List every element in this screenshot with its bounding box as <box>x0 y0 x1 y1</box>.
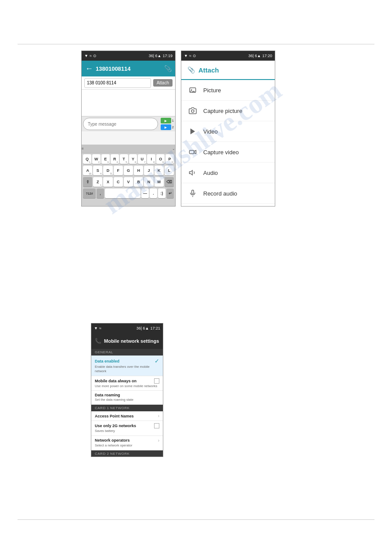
key-h[interactable]: H <box>134 166 143 175</box>
attach-item-audio[interactable]: Audio <box>181 163 275 183</box>
key-n[interactable]: N <box>144 177 153 187</box>
apn1-row: Access Point Names › <box>95 414 159 418</box>
key-w[interactable]: W2 <box>92 154 101 164</box>
key-a[interactable]: A@ <box>83 166 92 175</box>
attach-header-icon: 📎 <box>187 66 195 73</box>
key-t[interactable]: T5 <box>120 154 128 164</box>
sms-to-bar: 138 0100 8114 Attach <box>82 76 175 90</box>
time-2: 17:20 <box>262 54 272 58</box>
key-y[interactable]: Y6 <box>129 154 137 164</box>
2g-subtitle: Saves battery <box>95 429 159 433</box>
keyboard-area: ≡ ⌄ Q1 W2 E3 R4 T5 Y6 U7 I8 O9 P0 A@ S# <box>82 145 175 206</box>
keyboard-collapse-icon[interactable]: ⌄ <box>172 147 175 151</box>
attach-menu-list: Picture Capture picture Video Capture vi… <box>181 80 275 207</box>
key-z[interactable]: Z1 <box>93 177 102 187</box>
audio-label: Audio <box>203 170 218 176</box>
key-v[interactable]: V <box>124 177 133 187</box>
key-comma[interactable]: , <box>97 189 104 198</box>
back-arrow-icon[interactable]: ← <box>85 64 93 73</box>
key-l[interactable]: L <box>165 166 174 175</box>
phone-screen-1: ▼ ≈ ⊙ 36| 6▲ 17:19 ← 13801008114 📎 138 0… <box>81 51 176 207</box>
svg-point-2 <box>191 110 194 112</box>
key-b[interactable]: B <box>134 177 143 187</box>
settings-item-mobile-data-always[interactable]: Mobile data always on Use more power on … <box>91 376 163 391</box>
kb-row-4: ?12# , — . :) ↵ <box>82 188 175 199</box>
key-emoji[interactable]: :) <box>158 189 165 198</box>
key-m[interactable]: M <box>155 177 164 187</box>
send-button-1[interactable]: ► <box>161 118 171 123</box>
settings-item-apn1[interactable]: Access Point Names › <box>91 411 163 421</box>
settings-item-apn2[interactable]: Access Point Names › <box>91 457 163 457</box>
network-type-3: 36| 6▲ <box>137 326 149 330</box>
mobile-data-always-subtitle: Use more power on some mobile networks <box>95 384 159 388</box>
sms-message-area <box>82 90 175 116</box>
kb-row-3: ⇧ Z1 X C V B N M ⌫ <box>82 176 175 188</box>
key-d[interactable]: D$ <box>103 166 112 175</box>
paperclip-icon[interactable]: 📎 <box>164 65 172 72</box>
key-i[interactable]: I8 <box>147 154 155 164</box>
2g-title: Use only 2G networks <box>95 424 136 428</box>
data-roaming-subtitle: Set the data roaming state <box>95 398 159 402</box>
attach-item-capture-video[interactable]: Capture video <box>181 142 275 163</box>
sms-attach-button[interactable]: Attach <box>153 79 173 87</box>
mobile-data-always-checkbox[interactable] <box>154 378 159 384</box>
time-3: 17:21 <box>150 326 160 330</box>
apn1-chevron-icon: › <box>158 414 159 418</box>
key-o[interactable]: O9 <box>156 154 165 164</box>
key-shift[interactable]: ⇧ <box>83 177 92 187</box>
key-backspace[interactable]: ⌫ <box>165 177 174 187</box>
key-dash[interactable]: — <box>141 189 149 198</box>
attach-item-slideshow[interactable]: Slideshow <box>181 204 275 207</box>
picture-icon <box>187 85 198 95</box>
key-r[interactable]: R4 <box>111 154 119 164</box>
audio-icon <box>187 167 198 178</box>
attach-title: Attach <box>198 66 219 74</box>
key-f[interactable]: F <box>114 166 123 175</box>
key-period[interactable]: . <box>150 189 157 198</box>
settings-item-2g[interactable]: Use only 2G networks Saves battery <box>91 421 163 436</box>
key-c[interactable]: C <box>114 177 123 187</box>
key-q[interactable]: Q1 <box>83 154 91 164</box>
videocam-icon <box>187 147 198 157</box>
settings-title: Mobile network settings <box>104 338 159 344</box>
video-label: Video <box>203 128 218 135</box>
status-left-icons-2: ▼ ≈ ⊙ <box>184 54 196 58</box>
settings-item-data-roaming[interactable]: Data roaming Set the data roaming state <box>91 391 163 405</box>
wifi-icon-2: ≈ <box>189 54 191 58</box>
key-space[interactable] <box>105 189 140 198</box>
sms-type-input[interactable] <box>83 118 158 130</box>
wifi-icon: ≈ <box>90 54 92 58</box>
attach-item-record-audio[interactable]: Record audio <box>181 183 275 204</box>
key-p[interactable]: P0 <box>165 154 174 164</box>
key-j[interactable]: J <box>144 166 153 175</box>
section-label-card2: CARD 2 NETWORK <box>91 450 163 457</box>
signal-down-icon-3: ▼ <box>94 326 98 330</box>
signal-down-icon-2: ▼ <box>184 54 188 58</box>
settings-item-data-enabled[interactable]: Data enabled ✓ Enable data transfers ove… <box>91 355 163 376</box>
key-x[interactable]: X <box>103 177 112 187</box>
svg-rect-7 <box>192 190 194 194</box>
attach-item-video[interactable]: Video <box>181 121 275 142</box>
attach-item-picture[interactable]: Picture <box>181 80 275 101</box>
phone-screen-3: ▼ ≈ 36| 6▲ 17:21 📞 Mobile network settin… <box>91 323 163 457</box>
key-k[interactable]: K <box>155 166 164 175</box>
key-s[interactable]: S# <box>93 166 102 175</box>
attach-item-capture-picture[interactable]: Capture picture <box>181 101 275 121</box>
sms-to-input[interactable]: 138 0100 8114 <box>84 78 151 88</box>
kb-row-1: Q1 W2 E3 R4 T5 Y6 U7 I8 O9 P0 <box>82 153 175 165</box>
send-button-2[interactable]: ► <box>161 124 171 130</box>
2g-checkbox[interactable] <box>154 423 159 428</box>
svg-rect-4 <box>190 150 194 154</box>
top-rule <box>18 44 374 44</box>
settings-item-network-operators[interactable]: Network operators › Select a network ope… <box>91 436 163 450</box>
wifi-icon-3: ≈ <box>99 326 101 330</box>
capture-picture-label: Capture picture <box>203 108 242 114</box>
section-label-card1: CARD 1 NETWORK <box>91 405 163 411</box>
key-enter[interactable]: ↵ <box>166 189 174 198</box>
key-num[interactable]: ?12# <box>83 189 96 198</box>
key-e[interactable]: E3 <box>101 154 110 164</box>
bottom-rule <box>18 519 374 520</box>
sms-type-area: ► 1 ► 2 <box>82 116 175 131</box>
key-g[interactable]: G <box>124 166 133 175</box>
key-u[interactable]: U7 <box>138 154 146 164</box>
